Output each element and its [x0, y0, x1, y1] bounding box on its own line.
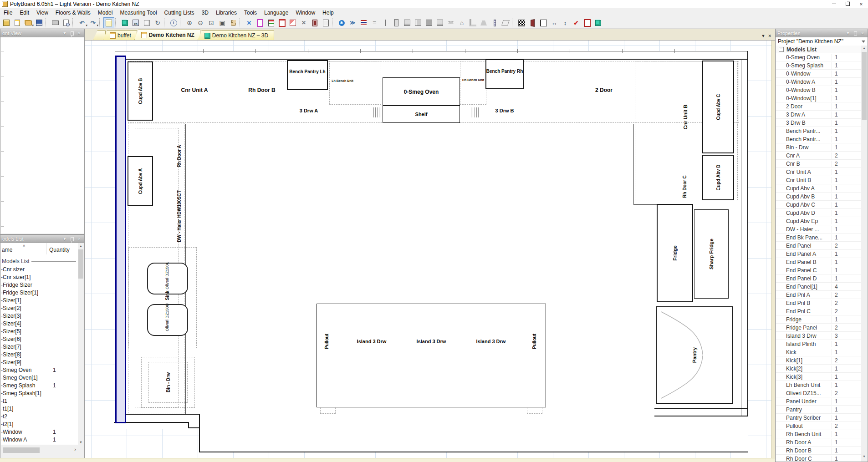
properties-model-row[interactable]: Cupd Abv B1: [776, 193, 861, 201]
menu-item-help[interactable]: Help: [319, 9, 337, 17]
properties-model-row[interactable]: 3 Drw A1: [776, 111, 861, 119]
properties-model-row[interactable]: Oliveri DZ15...2: [776, 389, 861, 397]
board-shape-button[interactable]: [467, 17, 478, 28]
properties-model-row[interactable]: 0-Window1: [776, 70, 861, 78]
models-list-row[interactable]: Smeg Splash[1]: [1, 389, 78, 397]
restore-button[interactable]: [841, 0, 854, 8]
models-list-root[interactable]: Models List: [2, 257, 78, 265]
rh-bench-unit-cabinet[interactable]: [460, 61, 486, 105]
stretch-v-button[interactable]: ↕: [560, 17, 571, 28]
properties-model-row[interactable]: Cnr B2: [776, 160, 861, 168]
drawer-tool-button[interactable]: [276, 17, 287, 28]
render-3d-button[interactable]: [592, 17, 603, 28]
properties-model-row[interactable]: Cnr A2: [776, 152, 861, 160]
properties-model-row[interactable]: End Panel[1]4: [776, 283, 861, 291]
panel-menu-icon[interactable]: ▼: [61, 30, 68, 36]
properties-model-row[interactable]: Pullout2: [776, 422, 861, 430]
column-quantity[interactable]: Quantity: [46, 243, 78, 254]
zoom-out-button[interactable]: ⊖: [195, 17, 206, 28]
cabinet-a-button[interactable]: [402, 17, 413, 28]
models-list-row[interactable]: t1: [1, 397, 78, 405]
cabinet-c-button[interactable]: [424, 17, 434, 28]
tab-demo-kitchen-nz-3d[interactable]: Demo Kitchen NZ – 3D: [198, 30, 274, 40]
scroll-down-icon[interactable]: ▼: [78, 439, 84, 445]
properties-model-row[interactable]: End Pnl B2: [776, 299, 861, 307]
models-list-row[interactable]: Fridge Sizer[1]: [1, 289, 78, 296]
properties-model-row[interactable]: Cupd Abv C1: [776, 201, 861, 209]
project-selector[interactable]: Project "Demo Kitchen NZ": [776, 37, 867, 46]
menu-item-model[interactable]: Model: [94, 9, 117, 17]
scroll-up-icon[interactable]: ▲: [861, 46, 867, 50]
pin-icon[interactable]: [69, 236, 75, 242]
tab-list-dropdown-icon[interactable]: ▼: [761, 34, 766, 38]
properties-model-row[interactable]: Pantry1: [776, 406, 861, 414]
machining-button[interactable]: ≫: [347, 17, 358, 28]
box-3d-button[interactable]: [141, 17, 152, 28]
scroll-down-icon[interactable]: ▼: [861, 455, 867, 458]
close-view-icon[interactable]: ✕: [768, 34, 771, 38]
properties-model-row[interactable]: Island 3 Drw3: [776, 332, 861, 340]
scroll-up-icon[interactable]: ▲: [78, 243, 84, 249]
properties-model-row[interactable]: Lh Bench Unit1: [776, 381, 861, 389]
properties-model-row[interactable]: Rh Bench Unit1: [776, 430, 861, 438]
menu-item-language[interactable]: Language: [260, 9, 292, 17]
menu-item-file[interactable]: File: [0, 9, 16, 17]
screw-button[interactable]: [489, 17, 500, 28]
models-list-row[interactable]: Sizer[6]: [1, 335, 78, 343]
pan-button[interactable]: [228, 17, 239, 28]
properties-model-row[interactable]: Fridge1: [776, 315, 861, 324]
collapse-icon[interactable]: [779, 47, 784, 52]
properties-model-row[interactable]: Cupd Abv Ep1: [776, 217, 861, 225]
properties-model-row[interactable]: DW - Haier ...1: [776, 225, 861, 234]
menu-item-view[interactable]: View: [33, 9, 52, 17]
properties-model-row[interactable]: Kick[3]1: [776, 373, 861, 381]
models-list-row[interactable]: Smeg Splash1: [1, 381, 78, 389]
panel-menu-icon[interactable]: ▼: [845, 30, 851, 36]
cabinet-d-button[interactable]: [434, 17, 445, 28]
properties-model-row[interactable]: End Panel A1: [776, 250, 861, 258]
properties-model-row[interactable]: 2 Door1: [776, 102, 861, 111]
zoom-window-button[interactable]: ⊡: [206, 17, 217, 28]
print-button[interactable]: [50, 17, 61, 28]
hardware-button[interactable]: ✱: [336, 17, 347, 28]
properties-model-row[interactable]: Rh Door C1: [776, 455, 861, 462]
refresh-button[interactable]: ↻: [152, 17, 163, 28]
properties-model-row[interactable]: Panel Under1: [776, 397, 861, 406]
properties-model-row[interactable]: Cupd Abv D1: [776, 209, 861, 217]
divider-button[interactable]: [380, 17, 391, 28]
models-list-row[interactable]: t2: [1, 412, 78, 420]
menu-item-3d[interactable]: 3D: [198, 9, 212, 17]
construction-tools-button[interactable]: ✕: [244, 17, 255, 28]
properties-model-row[interactable]: End Bk Pane...1: [776, 234, 861, 242]
tab-buffet[interactable]: buffet: [103, 30, 137, 40]
properties-model-row[interactable]: Cupd Abv A1: [776, 184, 861, 193]
models-list-row[interactable]: t2[1]: [1, 420, 78, 428]
bench-pantry-rh-cabinet[interactable]: [485, 59, 524, 89]
validate-button[interactable]: ✔: [571, 17, 582, 28]
models-list-row[interactable]: Sizer[7]: [1, 343, 78, 350]
models-list-row[interactable]: Sizer[5]: [1, 327, 78, 335]
models-list-row[interactable]: Sizer[9]: [1, 358, 78, 366]
rails-button[interactable]: ≡: [369, 17, 380, 28]
roof-shape-button[interactable]: ⌂: [456, 17, 467, 28]
menu-item-measuring-tool[interactable]: Measuring Tool: [116, 9, 160, 17]
properties-model-row[interactable]: 0-Smeg Splash1: [776, 61, 861, 70]
redo-button[interactable]: ↷▾: [87, 17, 98, 28]
models-list-row[interactable]: Sizer[8]: [1, 350, 78, 358]
undo-button[interactable]: ↶▾: [77, 17, 87, 28]
floorplan-canvas[interactable]: Cupd Abv BCupd Abv ARh Door ADW - Haier …: [85, 41, 775, 458]
pin-icon[interactable]: [69, 30, 75, 36]
properties-model-row[interactable]: End Pnl C2: [776, 307, 861, 315]
hinges-button[interactable]: [358, 17, 369, 28]
bench-pantry-lh-cabinet[interactable]: [287, 60, 328, 90]
scrollbar-thumb[interactable]: [3, 447, 40, 453]
properties-model-row[interactable]: Pantry Scriber1: [776, 414, 861, 422]
properties-model-row[interactable]: Kick[2]1: [776, 365, 861, 373]
new-project-button[interactable]: [1, 17, 12, 28]
front-view-canvas[interactable]: [1, 37, 84, 234]
properties-model-row[interactable]: Cnr Unit B1: [776, 176, 861, 184]
frame-button[interactable]: [582, 17, 592, 28]
models-list-horizontal-scrollbar[interactable]: ›: [1, 445, 78, 457]
front-tool-button[interactable]: [309, 17, 320, 28]
properties-model-row[interactable]: 0-Window A1: [776, 78, 861, 86]
